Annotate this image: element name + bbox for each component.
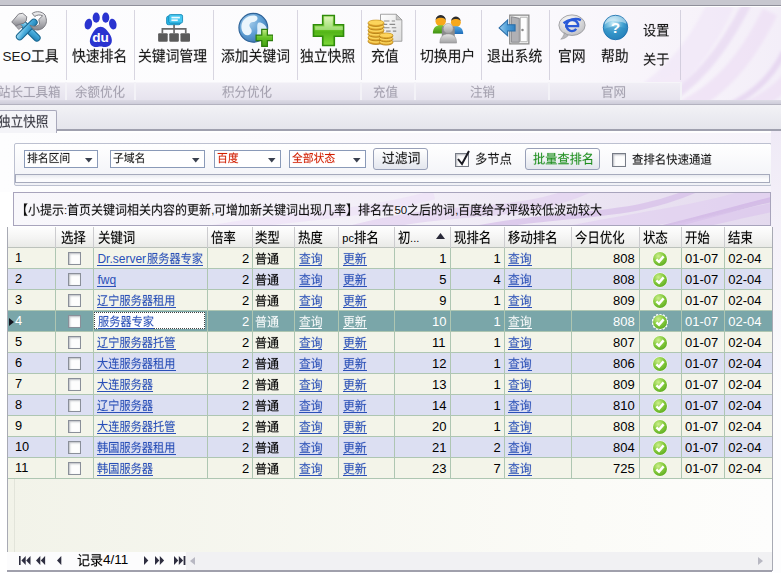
svg-text:?: ? — [610, 19, 619, 36]
svg-text:du: du — [92, 30, 109, 45]
